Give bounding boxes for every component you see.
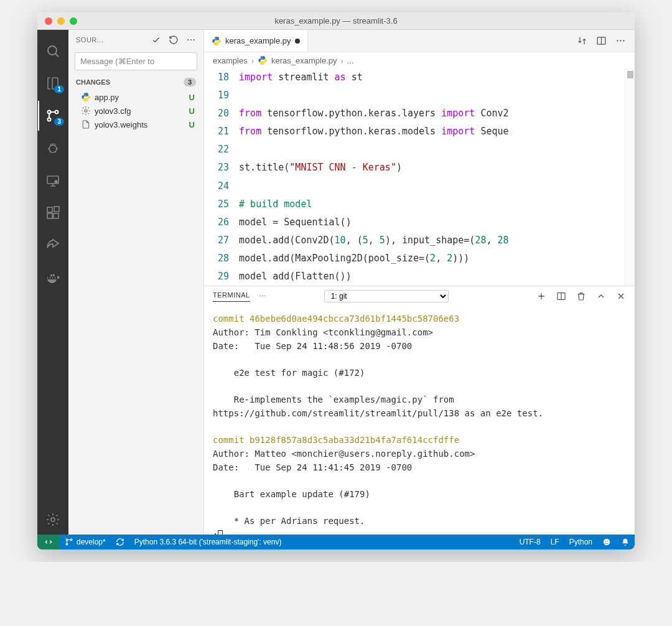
sidebar: SOUR... CHANGES 3 app.pyUyolov3.cfgUyolo…	[68, 30, 204, 535]
kill-terminal-icon[interactable]	[576, 291, 586, 301]
editor-area: keras_example.py examples › keras_exampl…	[204, 30, 635, 535]
chevron-right-icon: ›	[251, 56, 254, 65]
source-control-icon[interactable]: 3	[38, 101, 68, 131]
svg-point-17	[617, 40, 618, 41]
git-branch[interactable]: develop*	[60, 538, 111, 546]
svg-point-1	[55, 111, 58, 114]
breadcrumb-file: keras_example.py	[271, 56, 337, 65]
zoom-window[interactable]	[70, 17, 77, 25]
split-terminal-icon[interactable]	[556, 291, 566, 301]
explorer-badge: 1	[54, 85, 64, 93]
svg-rect-9	[54, 213, 58, 218]
more-icon[interactable]	[186, 35, 196, 45]
activity-bar: 1 3	[37, 30, 68, 535]
tab-label: keras_example.py	[225, 36, 291, 45]
commit-message-input[interactable]	[75, 52, 197, 70]
interpreter-text: Python 3.6.3 64-bit ('streamlit-staging'…	[134, 538, 282, 546]
terminal-cursor	[218, 530, 223, 535]
editor-tab[interactable]: keras_example.py	[204, 30, 308, 52]
file-icon	[81, 119, 91, 129]
sync-button[interactable]	[111, 538, 129, 546]
eol[interactable]: LF	[546, 538, 564, 546]
file-list: app.pyUyolov3.cfgUyolov3.weightsU	[68, 89, 203, 133]
panel-header: TERMINAL ⋯ 1: git	[204, 286, 635, 306]
changes-section-header[interactable]: CHANGES 3	[68, 75, 203, 89]
terminal-tab[interactable]: TERMINAL	[213, 291, 250, 302]
svg-point-22	[66, 543, 68, 545]
dirty-indicator-icon	[295, 39, 300, 44]
search-icon[interactable]	[38, 36, 68, 66]
commit-message: Bart example update (#179)	[213, 489, 370, 499]
svg-point-0	[48, 46, 57, 55]
docker-icon[interactable]	[38, 263, 68, 292]
commit-date: Date: Tue Sep 24 11:41:45 2019 -0700	[213, 462, 412, 472]
close-window[interactable]	[45, 17, 52, 25]
window-title: keras_example.py — streamlit-3.6	[274, 16, 397, 26]
minimize-window[interactable]	[57, 17, 65, 25]
debug-icon[interactable]	[38, 133, 68, 163]
file-name: yolov3.weights	[95, 120, 189, 129]
file-item[interactable]: app.pyU	[68, 90, 203, 104]
line-numbers: 181920212223242526272829	[204, 68, 239, 286]
svg-rect-8	[47, 213, 52, 218]
commit-author: Author: Tim Conkling <tconkling@gmail.co…	[213, 327, 433, 337]
statusbar: develop* Python 3.6.3 64-bit ('streamlit…	[37, 535, 635, 549]
file-status: U	[189, 106, 195, 116]
commit-message: Re-implements the `examples/magic.py` fr…	[213, 395, 543, 418]
breadcrumb-folder: examples	[213, 56, 248, 65]
commit-message: e2e test for magic (#172)	[213, 368, 365, 378]
breadcrumb[interactable]: examples › keras_example.py › ...	[204, 52, 635, 68]
commit-hash: commit b9128f857a8d3c5aba33d21b4fa7af614…	[213, 435, 459, 445]
extensions-icon[interactable]	[38, 198, 68, 228]
sidebar-header: SOUR...	[68, 30, 203, 50]
terminal-selector[interactable]: 1: git	[324, 290, 449, 302]
close-panel-icon[interactable]	[616, 291, 626, 301]
remote-explorer-icon[interactable]	[38, 166, 68, 195]
settings-gear-icon[interactable]	[38, 505, 68, 535]
breadcrumb-symbol: ...	[347, 56, 354, 65]
file-name: app.py	[95, 93, 189, 102]
python-file-icon	[212, 36, 222, 46]
gear-icon	[81, 106, 91, 116]
svg-point-12	[187, 39, 189, 40]
remote-indicator[interactable]	[37, 535, 60, 549]
changes-count: 3	[184, 78, 196, 86]
compare-changes-icon[interactable]	[577, 35, 587, 46]
notifications-icon[interactable]	[616, 538, 635, 546]
panel-more-icon[interactable]: ⋯	[259, 292, 266, 301]
maximize-panel-icon[interactable]	[596, 291, 606, 301]
svg-point-11	[51, 518, 55, 521]
svg-point-25	[605, 541, 606, 542]
file-item[interactable]: yolov3.cfgU	[68, 104, 203, 118]
terminal-output[interactable]: commit 46bebe6d0ae494cbcca73d61bf1445bc5…	[204, 306, 635, 535]
python-interpreter[interactable]: Python 3.6.3 64-bit ('streamlit-staging'…	[129, 538, 287, 546]
terminal-prompt: :	[213, 530, 218, 535]
live-share-icon[interactable]	[38, 230, 68, 260]
svg-point-6	[55, 180, 57, 183]
commit-check-icon[interactable]	[151, 35, 161, 45]
code-editor[interactable]: 181920212223242526272829 import streamli…	[204, 68, 635, 286]
file-item[interactable]: yolov3.weightsU	[68, 118, 203, 131]
scm-badge: 3	[54, 118, 64, 126]
minimap[interactable]	[625, 68, 635, 286]
main-area: 1 3	[37, 30, 635, 535]
new-terminal-icon[interactable]	[536, 291, 546, 301]
editor-actions	[577, 35, 635, 46]
feedback-icon[interactable]	[597, 538, 616, 546]
more-actions-icon[interactable]	[615, 35, 626, 46]
branch-name: develop*	[77, 538, 106, 546]
explorer-icon[interactable]: 1	[38, 68, 68, 98]
chevron-right-icon: ›	[340, 56, 343, 65]
svg-point-14	[194, 39, 195, 40]
sidebar-title: SOUR...	[76, 36, 146, 44]
file-status: U	[189, 120, 195, 129]
svg-rect-10	[54, 207, 59, 212]
svg-point-18	[620, 40, 621, 41]
code-content[interactable]: import streamlit as st from tensorflow.p…	[239, 68, 625, 286]
language-mode[interactable]: Python	[564, 538, 597, 546]
encoding[interactable]: UTF-8	[515, 538, 546, 546]
svg-point-26	[607, 541, 609, 542]
refresh-icon[interactable]	[169, 35, 179, 45]
split-editor-icon[interactable]	[596, 35, 607, 46]
svg-point-23	[70, 539, 72, 541]
